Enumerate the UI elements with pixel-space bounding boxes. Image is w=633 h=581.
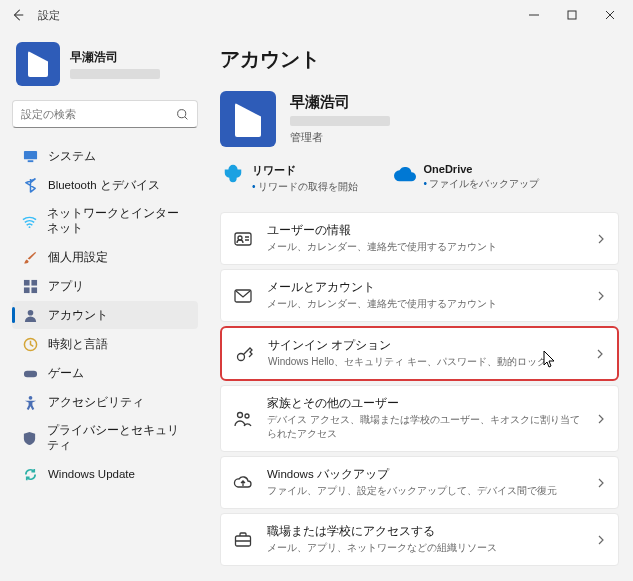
- minimize-button[interactable]: [515, 1, 553, 29]
- sidebar-item-label: プライバシーとセキュリティ: [47, 423, 188, 453]
- bluetooth-icon: [22, 177, 38, 193]
- onedrive-sub: •ファイルをバックアップ: [424, 177, 540, 191]
- svg-rect-2: [23, 150, 36, 158]
- sidebar-item-brush[interactable]: 個人用設定: [12, 243, 198, 271]
- svg-rect-0: [568, 11, 576, 19]
- sidebar-item-label: 時刻と言語: [48, 337, 108, 352]
- sidebar-item-label: Bluetooth とデバイス: [48, 178, 160, 193]
- sidebar-item-wifi[interactable]: ネットワークとインターネット: [12, 200, 198, 242]
- status-row: リワード •リワードの取得を開始 OneDrive •ファイルをバックアップ: [220, 163, 619, 194]
- backup-icon: [233, 473, 253, 493]
- card-email-accounts[interactable]: メールとアカウント メール、カレンダー、連絡先で使用するアカウント: [220, 269, 619, 322]
- chevron-right-icon: [596, 234, 606, 244]
- person-icon: [22, 307, 38, 323]
- sidebar-item-label: 個人用設定: [48, 250, 108, 265]
- sidebar-item-label: ゲーム: [48, 366, 84, 381]
- search-icon: [176, 108, 189, 121]
- sidebar-item-label: アプリ: [48, 279, 84, 294]
- svg-rect-3: [27, 160, 33, 162]
- card-user-info[interactable]: ユーザーの情報 メール、カレンダー、連絡先で使用するアカウント: [220, 212, 619, 265]
- titlebar: 設定: [0, 0, 633, 30]
- onedrive-status[interactable]: OneDrive •ファイルをバックアップ: [394, 163, 540, 194]
- svg-rect-5: [23, 279, 29, 285]
- sidebar-account-name: 早瀬浩司: [70, 49, 160, 66]
- back-button[interactable]: [6, 3, 30, 27]
- sidebar-item-clock[interactable]: 時刻と言語: [12, 330, 198, 358]
- sidebar-item-label: アカウント: [48, 308, 108, 323]
- nav: システムBluetooth とデバイスネットワークとインターネット個人用設定アプ…: [12, 142, 198, 488]
- account-header: 早瀬浩司 管理者: [220, 91, 619, 147]
- svg-rect-11: [23, 370, 36, 377]
- family-icon: [233, 409, 253, 429]
- chevron-right-icon: [596, 414, 606, 424]
- account-role: 管理者: [290, 131, 390, 145]
- chevron-right-icon: [596, 535, 606, 545]
- sidebar-item-bluetooth[interactable]: Bluetooth とデバイス: [12, 171, 198, 199]
- card-family[interactable]: 家族とその他のユーザー デバイス アクセス、職場または学校のユーザー、キオスクに…: [220, 385, 619, 452]
- card-work-school[interactable]: 職場または学校にアクセスする メール、アプリ、ネットワークなどの組織リソース: [220, 513, 619, 566]
- window-title: 設定: [38, 8, 60, 23]
- apps-icon: [22, 278, 38, 294]
- rewards-status[interactable]: リワード •リワードの取得を開始: [222, 163, 358, 194]
- maximize-icon: [567, 10, 577, 20]
- card-title: Windows バックアップ: [267, 467, 582, 482]
- close-button[interactable]: [591, 1, 629, 29]
- sidebar-item-label: Windows Update: [48, 468, 135, 480]
- display-icon: [22, 148, 38, 164]
- svg-rect-6: [31, 279, 37, 285]
- account-sub-mask: [290, 116, 390, 126]
- account-name: 早瀬浩司: [290, 93, 390, 112]
- update-icon: [22, 466, 38, 482]
- onedrive-icon: [394, 163, 416, 185]
- user-card-icon: [233, 229, 253, 249]
- card-title: メールとアカウント: [267, 280, 582, 295]
- sidebar-item-shield[interactable]: プライバシーとセキュリティ: [12, 417, 198, 459]
- card-sub: ファイル、アプリ、設定をバックアップして、デバイス間で復元: [267, 484, 582, 498]
- search-box[interactable]: [12, 100, 198, 128]
- svg-point-12: [28, 395, 32, 399]
- card-title: 家族とその他のユーザー: [267, 396, 582, 411]
- card-title: ユーザーの情報: [267, 223, 582, 238]
- key-icon: [234, 344, 254, 364]
- minimize-icon: [529, 10, 539, 20]
- rewards-icon: [222, 163, 244, 185]
- svg-point-1: [178, 109, 186, 117]
- onedrive-label: OneDrive: [424, 163, 540, 175]
- card-sub: メール、カレンダー、連絡先で使用するアカウント: [267, 297, 582, 311]
- svg-point-9: [27, 309, 33, 315]
- brush-icon: [22, 249, 38, 265]
- svg-point-16: [238, 353, 245, 360]
- avatar-icon: [220, 91, 276, 147]
- close-icon: [605, 10, 615, 20]
- gamepad-icon: [22, 365, 38, 381]
- chevron-right-icon: [596, 478, 606, 488]
- card-title: 職場または学校にアクセスする: [267, 524, 582, 539]
- rewards-sub: •リワードの取得を開始: [252, 180, 358, 194]
- card-sub: メール、カレンダー、連絡先で使用するアカウント: [267, 240, 582, 254]
- shield-icon: [22, 430, 37, 446]
- wifi-icon: [22, 213, 37, 229]
- main-panel: アカウント 早瀬浩司 管理者 リワード •リワードの取得を開始: [206, 30, 633, 581]
- mail-icon: [233, 286, 253, 306]
- sidebar-item-label: アクセシビリティ: [48, 395, 144, 410]
- card-title: サインイン オプション: [268, 338, 581, 353]
- sidebar-item-gamepad[interactable]: ゲーム: [12, 359, 198, 387]
- sidebar-item-person[interactable]: アカウント: [12, 301, 198, 329]
- chevron-right-icon: [595, 349, 605, 359]
- sidebar-account[interactable]: 早瀬浩司: [12, 38, 198, 96]
- sidebar-item-update[interactable]: Windows Update: [12, 460, 198, 488]
- search-input[interactable]: [21, 108, 176, 120]
- card-signin-options[interactable]: サインイン オプション Windows Hello、セキュリティ キー、パスワー…: [220, 326, 619, 381]
- arrow-left-icon: [11, 8, 25, 22]
- page-title: アカウント: [220, 46, 619, 73]
- rewards-label: リワード: [252, 163, 358, 178]
- sidebar: 早瀬浩司 システムBluetooth とデバイスネットワークとインターネット個人…: [0, 30, 206, 581]
- card-backup[interactable]: Windows バックアップ ファイル、アプリ、設定をバックアップして、デバイス…: [220, 456, 619, 509]
- sidebar-item-display[interactable]: システム: [12, 142, 198, 170]
- briefcase-icon: [233, 530, 253, 550]
- sidebar-item-apps[interactable]: アプリ: [12, 272, 198, 300]
- maximize-button[interactable]: [553, 1, 591, 29]
- chevron-right-icon: [596, 291, 606, 301]
- sidebar-item-accessibility[interactable]: アクセシビリティ: [12, 388, 198, 416]
- card-sub: Windows Hello、セキュリティ キー、パスワード、動的ロック: [268, 355, 581, 369]
